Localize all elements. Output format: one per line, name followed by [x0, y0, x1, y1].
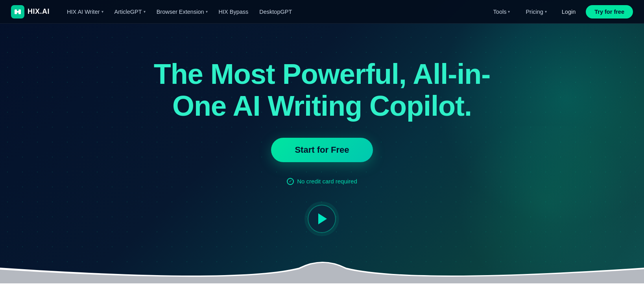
chevron-down-icon: ▾: [545, 9, 547, 14]
hero-title: The Most Powerful, All-in- One AI Writin…: [154, 58, 490, 122]
try-free-button[interactable]: Try for free: [586, 5, 633, 18]
login-button[interactable]: Login: [558, 6, 579, 17]
chevron-down-icon: ▾: [508, 9, 510, 14]
nav-pricing[interactable]: Pricing ▾: [521, 6, 551, 17]
chevron-down-icon: ▾: [144, 9, 146, 14]
nav-tools[interactable]: Tools ▾: [489, 6, 515, 17]
hero-section: The Most Powerful, All-in- One AI Writin…: [0, 0, 644, 283]
chevron-down-icon: ▾: [101, 9, 103, 14]
logo[interactable]: HIX.AI: [11, 5, 50, 18]
start-free-button[interactable]: Start for Free: [271, 138, 373, 162]
navbar: HIX.AI HIX AI Writer ▾ ArticleGPT ▾ Brow…: [0, 0, 644, 24]
nav-hix-bypass[interactable]: HIX Bypass: [214, 6, 253, 17]
logo-text: HIX.AI: [28, 7, 50, 16]
play-icon: [318, 213, 327, 224]
nav-right: Tools ▾ Pricing ▾ Login Try for free: [489, 5, 633, 18]
nav-links: HIX AI Writer ▾ ArticleGPT ▾ Browser Ext…: [62, 6, 489, 17]
nav-hix-ai-writer[interactable]: HIX AI Writer ▾: [62, 6, 108, 17]
logo-icon: [11, 5, 24, 18]
nav-article-gpt[interactable]: ArticleGPT ▾: [110, 6, 150, 17]
chevron-down-icon: ▾: [206, 9, 208, 14]
nav-browser-extension[interactable]: Browser Extension ▾: [152, 6, 212, 17]
no-credit-card-notice: ✓ No credit card required: [154, 178, 490, 185]
nav-desktop-gpt[interactable]: DesktopGPT: [255, 6, 297, 17]
hero-content: The Most Powerful, All-in- One AI Writin…: [154, 58, 490, 233]
check-circle-icon: ✓: [287, 178, 294, 185]
video-play-button[interactable]: [308, 205, 336, 233]
svg-rect-2: [17, 11, 19, 13]
hero-wave-decoration: [0, 252, 644, 283]
